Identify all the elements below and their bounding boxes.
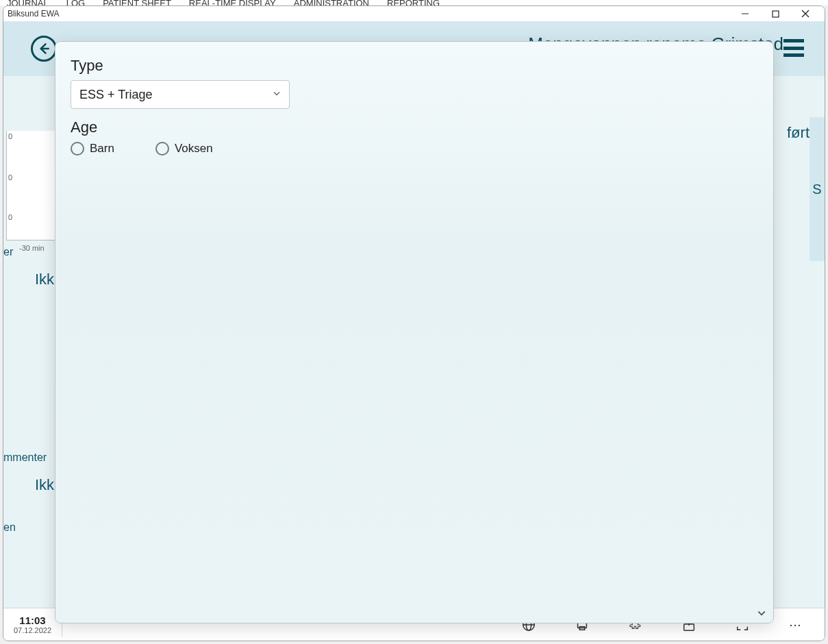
window-title: Bliksund EWA (8, 9, 60, 18)
menu-journal[interactable]: JOURNAL (7, 0, 49, 5)
menu-realtime[interactable]: REAL-TIME DISPLAY (189, 0, 276, 5)
y-tick: 0 (8, 173, 12, 182)
menu-log[interactable]: LOG (66, 0, 85, 5)
age-label: Age (71, 119, 758, 136)
type-select-value: ESS + Triage (79, 88, 153, 102)
titlebar: Bliksund EWA (3, 6, 825, 21)
menu-patient-sheet[interactable]: PATIENT SHEET (103, 0, 171, 5)
chevron-down-icon (757, 608, 766, 620)
more-icon[interactable]: ⋯ (788, 617, 804, 633)
maximize-button[interactable] (760, 6, 790, 21)
radio-barn[interactable]: Barn (71, 142, 114, 156)
bg-right-strip: S (810, 117, 825, 261)
time-text: 11:03 (3, 615, 62, 626)
minimize-button[interactable] (730, 6, 760, 21)
bg-text: en (3, 521, 16, 534)
bg-text: S (812, 182, 821, 197)
y-tick: 0 (8, 132, 12, 140)
x-label: -30 min (19, 244, 45, 252)
bg-text: mmenter (3, 451, 47, 464)
type-age-dialog: Type ESS + Triage Age Barn Voksen (55, 41, 774, 623)
chevron-down-icon (273, 90, 281, 100)
menu-button[interactable] (783, 39, 804, 57)
radio-icon (71, 142, 84, 156)
date-text: 07.12.2022 (3, 626, 62, 634)
bg-text: ført (787, 124, 810, 142)
radio-voksen[interactable]: Voksen (155, 142, 213, 156)
menu-admin[interactable]: ADMINISTRATION (294, 0, 369, 5)
app-top-menu: JOURNAL LOG PATIENT SHEET REAL-TIME DISP… (0, 0, 828, 5)
radio-icon (155, 142, 169, 156)
chart-axis: 0 0 0 -30 min (6, 131, 61, 240)
menu-reporting[interactable]: REPORTING (387, 0, 440, 5)
radio-label: Voksen (175, 142, 213, 156)
type-select[interactable]: ESS + Triage (71, 80, 290, 109)
age-radio-group: Barn Voksen (71, 142, 758, 156)
bg-text: Ikk (35, 271, 54, 288)
back-button[interactable] (31, 36, 57, 62)
bg-text: Ikk (35, 476, 54, 494)
radio-label: Barn (90, 142, 114, 156)
bg-text: er (3, 246, 13, 258)
close-button[interactable] (790, 6, 820, 21)
svg-rect-1 (773, 11, 779, 17)
clock: 11:03 07.12.2022 (3, 612, 62, 637)
y-tick: 0 (8, 213, 12, 221)
type-label: Type (71, 57, 758, 75)
